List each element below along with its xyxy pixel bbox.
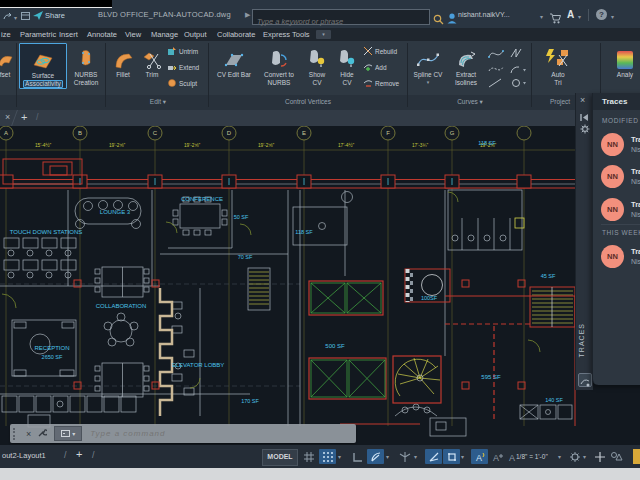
close-drawing-icon[interactable]: × xyxy=(5,112,10,122)
tab-parametric[interactable]: Parametric xyxy=(20,30,56,39)
tab-clipped[interactable]: ize xyxy=(1,30,11,39)
isolate-objects-toggle[interactable] xyxy=(608,449,625,464)
panel-settings-gear-icon[interactable] xyxy=(580,120,590,138)
username-caret-icon[interactable]: ▾ xyxy=(540,13,543,20)
object-snap-tracking-toggle[interactable] xyxy=(425,449,442,464)
user-avatar-icon[interactable] xyxy=(447,10,457,28)
isometric-caret-icon[interactable]: ▾ xyxy=(414,453,417,460)
help-icon[interactable]: ? xyxy=(596,9,607,20)
drawing-area[interactable]: A B C D E F G 15'-4½" 19'-2⅝" 19'-2⅝" 19… xyxy=(0,126,640,445)
share-button[interactable]: Share xyxy=(45,11,65,20)
tab-manage[interactable]: Manage xyxy=(151,30,178,39)
scale-caret-icon[interactable]: ▾ xyxy=(558,453,561,460)
search-input[interactable] xyxy=(253,15,437,29)
app-caret-icon[interactable]: ▾ xyxy=(578,13,581,20)
analyze-button[interactable]: Analy xyxy=(610,43,640,79)
username-menu[interactable]: nishant.naikVY... xyxy=(458,11,510,18)
customization-gear-icon[interactable] xyxy=(566,449,583,464)
nurbs-creation-button[interactable]: NURBS Creation xyxy=(68,43,104,86)
snap-caret-icon[interactable]: ▾ xyxy=(338,453,341,460)
isometric-drafting-toggle[interactable] xyxy=(396,449,413,464)
osnap-caret-icon[interactable]: ▾ xyxy=(461,453,464,460)
trim-button[interactable]: Trim xyxy=(139,43,165,79)
layout-tab[interactable]: out2-Layout1 xyxy=(2,451,46,460)
extract-isolines-button[interactable]: Extract Isolines xyxy=(448,43,484,86)
show-cv-button[interactable]: Show CV xyxy=(303,43,331,86)
polar-tracking-toggle[interactable] xyxy=(367,449,384,464)
curves-panel-label[interactable]: Curves ▾ xyxy=(457,98,483,106)
fillet-button[interactable]: Fillet xyxy=(109,43,137,79)
clipped-tray-icon[interactable] xyxy=(633,449,640,464)
untrim-icon xyxy=(167,46,177,56)
layout-separator: / xyxy=(64,450,67,460)
quick-access-caret-icon[interactable]: ▾ xyxy=(14,14,17,21)
convert-to-nurbs-button[interactable]: Convert to NURBS xyxy=(258,43,300,86)
tab-view[interactable]: View xyxy=(125,30,141,39)
annotation-scale-value[interactable]: 1/8" = 1'-0" xyxy=(516,453,548,460)
command-input[interactable] xyxy=(82,428,356,439)
untrim-button[interactable]: Untrim xyxy=(167,43,199,59)
command-bar-drag-handle[interactable] xyxy=(13,428,20,440)
offset-button[interactable]: fset xyxy=(0,43,16,79)
sculpt-button[interactable]: Sculpt xyxy=(167,75,199,91)
help-caret-icon[interactable]: ▾ xyxy=(611,13,614,20)
store-cart-icon[interactable] xyxy=(549,10,561,28)
svg-text:A: A xyxy=(493,453,499,463)
gear-caret-icon[interactable]: ▾ xyxy=(583,453,586,460)
command-close-icon[interactable]: × xyxy=(26,429,31,439)
ribbon-tab-bar: ize Parametric Insert Annotate View Mana… xyxy=(0,28,640,41)
tab-express-tools[interactable]: Express Tools xyxy=(263,30,310,39)
expand-arrow-icon[interactable]: ▶ xyxy=(245,11,250,19)
tab-output[interactable]: Output xyxy=(184,30,207,39)
add-cv-button[interactable]: Add xyxy=(363,59,399,75)
ortho-mode-toggle[interactable] xyxy=(349,449,366,464)
new-drawing-button[interactable]: + xyxy=(21,111,27,123)
extend-button[interactable]: Extend xyxy=(167,59,199,75)
traces-panel: Traces MODIFIED NN Trace Nishant NN Trac… xyxy=(592,93,640,385)
model-space-button[interactable]: MODEL xyxy=(262,449,298,466)
control-vertices-panel-label: Control Vertices xyxy=(285,98,331,105)
share-icon[interactable] xyxy=(33,11,44,23)
surface-associativity-button[interactable]: Surface Associativity xyxy=(19,43,67,89)
rebuild-button[interactable]: Rebuild xyxy=(363,43,399,59)
search-box[interactable] xyxy=(252,9,430,25)
dimension-label: 19'-2⅝" xyxy=(258,143,275,148)
layout-separator: / xyxy=(92,450,95,460)
snap-mode-toggle[interactable] xyxy=(319,449,336,464)
section-divider xyxy=(601,224,640,225)
remove-cv-button[interactable]: Remove xyxy=(363,75,399,91)
autodesk-app-icon[interactable]: A xyxy=(567,9,574,20)
tray-plus-icon[interactable] xyxy=(591,449,608,464)
recent-commands-button[interactable]: ▾ xyxy=(54,426,82,441)
edit-panel-label[interactable]: Edit ▾ xyxy=(150,98,166,106)
cv-edit-bar-button[interactable]: CV Edit Bar xyxy=(212,43,256,79)
tab-annotate[interactable]: Annotate xyxy=(87,30,117,39)
annotation-visibility-toggle[interactable]: A xyxy=(471,449,488,464)
extract-isolines-icon xyxy=(455,43,477,69)
remove-icon xyxy=(363,78,373,88)
close-panel-icon[interactable]: × xyxy=(580,95,585,105)
trace-list-item[interactable]: NN Trace Nishant xyxy=(593,165,640,195)
new-layout-button[interactable]: + xyxy=(76,448,82,460)
grid-display-toggle[interactable] xyxy=(300,449,317,464)
trace-list-item[interactable]: NN Trace Nishant xyxy=(593,245,640,275)
auto-trim-button[interactable]: Auto Tri xyxy=(541,43,575,86)
traces-vertical-tab[interactable]: TRACES xyxy=(578,323,585,357)
trace-author: Nishant xyxy=(631,146,640,153)
command-bar[interactable]: × ▾ xyxy=(10,424,356,443)
trace-list-item[interactable]: NN Trace Nishant xyxy=(593,133,640,163)
tab-insert[interactable]: Insert xyxy=(59,30,78,39)
quick-access-arrow-icon[interactable] xyxy=(3,12,13,22)
polar-caret-icon[interactable]: ▾ xyxy=(386,453,389,460)
workspace-icon[interactable] xyxy=(21,12,30,22)
curves-mini-grid xyxy=(487,45,529,93)
floor-plan-canvas[interactable]: A B C D E F G 15'-4½" 19'-2⅝" 19'-2⅝" 19… xyxy=(0,126,640,445)
spline-cv-button[interactable]: Spline CV▾ xyxy=(410,43,446,86)
traces-tool-icon[interactable] xyxy=(578,373,592,387)
command-customize-icon[interactable] xyxy=(37,428,47,440)
search-icon[interactable] xyxy=(433,11,444,29)
object-snap-toggle[interactable] xyxy=(443,449,460,464)
hide-cv-button[interactable]: Hide CV xyxy=(333,43,361,86)
ribbon-display-toggle[interactable]: ▾ xyxy=(316,30,331,39)
tab-collaborate[interactable]: Collaborate xyxy=(217,30,255,39)
